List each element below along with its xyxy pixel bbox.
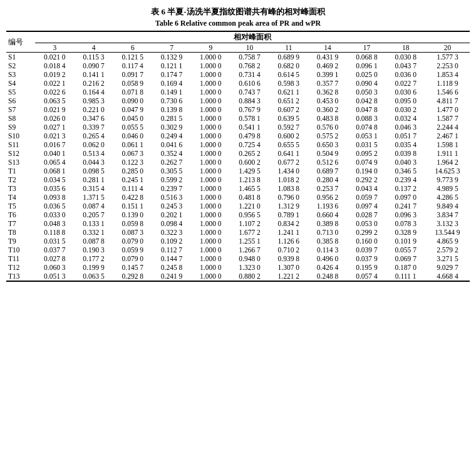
data-cell: 0.332 1: [74, 228, 113, 237]
data-cell: 1.000 0: [191, 228, 230, 237]
data-cell: 4.811 7: [425, 96, 470, 105]
data-cell: 0.063 5: [74, 272, 113, 281]
data-cell: 0.245 8: [152, 263, 191, 272]
relative-peak-area-header: 相对峰面积: [35, 31, 470, 43]
data-cell: 0.139 0: [113, 210, 152, 219]
table-row: T10.068 10.098 50.285 00.305 51.000 01.4…: [6, 167, 470, 175]
data-cell: 0.651 2: [269, 96, 308, 105]
data-cell: 0.087 4: [74, 202, 113, 210]
data-cell: 0.112 7: [152, 245, 191, 254]
data-cell: 0.074 8: [347, 123, 386, 132]
data-cell: 0.044 3: [74, 158, 113, 167]
data-cell: 0.065 4: [35, 158, 74, 167]
data-cell: 1.000 0: [191, 70, 230, 79]
data-cell: 0.292 8: [113, 272, 152, 281]
col-header-11: 11: [269, 43, 308, 53]
data-cell: 0.071 8: [113, 88, 152, 96]
col-header-id: 编号: [6, 31, 35, 53]
data-cell: 0.031 5: [35, 237, 74, 245]
data-cell: 0.513 4: [74, 149, 113, 158]
data-cell: 0.767 9: [230, 105, 269, 114]
data-cell: 0.035 4: [386, 140, 425, 149]
data-cell: 0.090 0: [113, 96, 152, 105]
data-cell: 0.068 8: [347, 53, 386, 62]
data-cell: 1.255 1: [230, 237, 269, 245]
data-cell: 0.339 7: [74, 123, 113, 132]
data-cell: 0.062 0: [74, 140, 113, 149]
row-id-cell: T10: [6, 245, 35, 254]
data-cell: 0.060 3: [35, 263, 74, 272]
data-cell: 0.097 0: [386, 193, 425, 202]
row-id-cell: S3: [6, 70, 35, 79]
table-row: S70.021 90.221 00.047 90.139 81.000 00.7…: [6, 105, 470, 114]
row-id-cell: S8: [6, 114, 35, 123]
data-cell: 0.151 1: [113, 202, 152, 210]
data-cell: 0.743 7: [230, 88, 269, 96]
data-cell: 13.544 9: [425, 228, 470, 237]
row-id-cell: T2: [6, 175, 35, 184]
data-cell: 1.000 0: [191, 193, 230, 202]
data-cell: 0.074 9: [347, 158, 386, 167]
data-cell: 1.911 1: [425, 149, 470, 158]
data-cell: 0.422 8: [113, 193, 152, 202]
col-header-20: 20: [425, 43, 470, 53]
data-cell: 0.111 1: [386, 272, 425, 281]
data-cell: 1.465 5: [230, 184, 269, 193]
data-cell: 1.853 4: [425, 70, 470, 79]
data-cell: 0.053 0: [347, 219, 386, 228]
data-cell: 0.249 4: [152, 132, 191, 140]
data-cell: 0.109 2: [152, 237, 191, 245]
data-cell: 2.253 0: [425, 61, 470, 70]
data-cell: 0.097 4: [347, 202, 386, 210]
row-id-cell: T1: [6, 167, 35, 175]
data-cell: 0.030 2: [386, 105, 425, 114]
data-cell: 0.040 3: [386, 158, 425, 167]
data-cell: 0.689 9: [269, 53, 308, 62]
table-row: S90.027 10.339 70.055 50.302 91.000 00.5…: [6, 123, 470, 132]
data-cell: 0.469 2: [308, 61, 347, 70]
data-cell: 0.302 9: [152, 123, 191, 132]
data-cell: 0.021 9: [35, 105, 74, 114]
table-title-cn: 表 6 半夏-汤洗半夏指纹图谱共有峰的相对峰面积: [6, 6, 470, 18]
data-cell: 0.202 1: [152, 210, 191, 219]
data-cell: 3.834 7: [425, 210, 470, 219]
data-cell: 1.221 2: [269, 272, 308, 281]
data-cell: 0.139 8: [152, 105, 191, 114]
data-cell: 0.660 4: [308, 210, 347, 219]
data-cell: 0.479 8: [230, 132, 269, 140]
data-cell: 0.731 4: [230, 70, 269, 79]
table-row: S40.022 10.216 20.058 90.169 41.000 00.6…: [6, 79, 470, 88]
data-cell: 1.434 0: [269, 167, 308, 175]
data-cell: 1.221 0: [230, 202, 269, 210]
data-cell: 1.000 0: [191, 79, 230, 88]
data-cell: 0.948 0: [230, 254, 269, 263]
data-cell: 0.160 0: [347, 237, 386, 245]
data-cell: 0.046 3: [386, 123, 425, 132]
col-header-18: 18: [386, 43, 425, 53]
row-id-cell: T7: [6, 219, 35, 228]
data-cell: 0.713 0: [308, 228, 347, 237]
row-id-cell: T12: [6, 263, 35, 272]
table-row: S100.021 30.265 40.046 00.249 41.000 00.…: [6, 132, 470, 140]
data-cell: 9.849 4: [425, 202, 470, 210]
table-row: S10.021 00.115 30.121 50.132 91.000 00.7…: [6, 53, 470, 62]
data-cell: 0.121 5: [113, 53, 152, 62]
data-cell: 1.371 5: [74, 193, 113, 202]
data-cell: 0.043 7: [386, 61, 425, 70]
data-cell: 0.096 1: [347, 61, 386, 70]
data-cell: 0.026 0: [35, 114, 74, 123]
data-cell: 0.880 2: [230, 272, 269, 281]
data-cell: 0.053 1: [347, 132, 386, 140]
data-cell: 1.241 1: [269, 228, 308, 237]
data-cell: 0.639 5: [269, 114, 308, 123]
data-cell: 0.067 3: [113, 149, 152, 158]
data-cell: 0.059 7: [347, 193, 386, 202]
row-id-cell: T4: [6, 193, 35, 202]
row-id-cell: T3: [6, 184, 35, 193]
data-cell: 1.000 0: [191, 237, 230, 245]
data-cell: 2.579 2: [425, 245, 470, 254]
col-header-4: 4: [74, 43, 113, 53]
data-cell: 0.037 9: [347, 254, 386, 263]
data-cell: 1.577 3: [425, 53, 470, 62]
data-cell: 0.205 7: [74, 210, 113, 219]
